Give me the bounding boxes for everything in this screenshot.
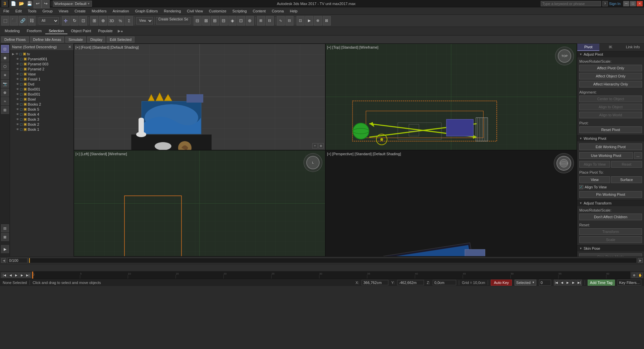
outliner-vis-box001a[interactable]: 👁 xyxy=(16,88,19,91)
sidebar-helper-icon[interactable]: ⊕ xyxy=(1,89,9,97)
outliner-vis-dvd[interactable]: 👁 xyxy=(16,82,19,86)
menu-customize[interactable]: Customize xyxy=(206,8,229,14)
align-to-world-btn[interactable]: Align to World xyxy=(579,112,642,118)
filter-dropdown[interactable]: All xyxy=(39,17,59,24)
viewport-perspective[interactable]: [+] [Perspective] [Standard] [Default Sh… xyxy=(325,150,577,257)
mirror-btn[interactable]: ⊟ xyxy=(194,16,202,25)
minimize-btn[interactable]: ─ xyxy=(623,1,629,6)
skin-pose-header[interactable]: ▼ Skin Pose xyxy=(577,245,644,251)
save-btn[interactable]: 💾 xyxy=(25,0,34,8)
auto-key-btn[interactable]: Auto Key xyxy=(491,280,512,286)
reset-working-pivot-btn[interactable]: Reset xyxy=(611,161,642,168)
menu-content[interactable]: Content xyxy=(250,8,269,14)
menu-create[interactable]: Create xyxy=(72,8,88,14)
simulate-btn[interactable]: Simulate xyxy=(65,37,86,43)
outliner-item-box001a[interactable]: 👁 □ ▣ Box001 xyxy=(11,86,73,92)
close-btn[interactable]: ✕ xyxy=(637,1,643,6)
next-key-btn[interactable]: ▶| xyxy=(25,273,31,278)
spinner-snap-btn[interactable]: Σ xyxy=(125,16,133,25)
rpanel-tab-ik[interactable]: IK xyxy=(599,44,622,51)
persp-nav-widget[interactable] xyxy=(554,153,574,173)
schematic-view-btn[interactable]: ⊟ xyxy=(285,16,293,25)
status-prev-key-btn[interactable]: |◀ xyxy=(554,280,559,286)
outliner-item-bowl[interactable]: 👁 □ ▣ Bowl xyxy=(11,97,73,102)
outliner-item-dvd[interactable]: 👁 □ ▣ Dvd xyxy=(11,81,73,86)
menu-scripting[interactable]: Scripting xyxy=(230,8,250,14)
front-pan-btn[interactable]: ⊕ xyxy=(318,143,324,149)
view-dropdown[interactable]: View xyxy=(136,17,153,24)
sidebar-select-icon[interactable]: ⊡ xyxy=(1,45,9,53)
affect-pivot-only-btn[interactable]: Affect Pivot Only xyxy=(579,65,642,71)
current-frame-input[interactable]: 0 xyxy=(539,280,551,286)
top-nav-widget[interactable]: TOP xyxy=(555,47,574,65)
sidebar-spacewarp-icon[interactable]: ≈ xyxy=(1,97,9,105)
select-rotate-btn[interactable]: ↻ xyxy=(70,16,78,25)
percent-snap-btn[interactable]: % xyxy=(116,16,124,25)
menu-graph-editors[interactable]: Graph Editors xyxy=(132,8,161,14)
align-to-object-btn[interactable]: Align to Object xyxy=(579,104,642,110)
workspace-dropdown[interactable]: Workspace: Default ▼ xyxy=(53,1,92,7)
place-highlight-btn[interactable]: ◈ xyxy=(228,16,236,25)
sidebar-camera-icon[interactable]: 📷 xyxy=(1,80,9,88)
sidebar-filter2-icon[interactable]: ⊠ xyxy=(1,233,9,241)
link-btn[interactable]: 🔗 xyxy=(19,16,27,25)
select-move-btn[interactable]: ✛ xyxy=(62,16,70,25)
menu-tools[interactable]: Tools xyxy=(25,8,39,14)
select-scale-btn[interactable]: ⊡ xyxy=(79,16,87,25)
tab-freeform[interactable]: Freeform xyxy=(23,28,45,34)
snap-options-btn[interactable]: 3D xyxy=(108,16,116,25)
menu-views[interactable]: Views xyxy=(56,8,71,14)
outliner-vis-book3[interactable]: 👁 xyxy=(16,118,19,121)
play-btn[interactable]: ▶ xyxy=(13,273,19,278)
outliner-item-pyramid2[interactable]: 👁 □ ▣ Pyramid 2 xyxy=(11,66,73,71)
align-to-view-btn[interactable]: Align To View xyxy=(579,161,610,168)
working-pivot-header[interactable]: ▼ Working Pivot xyxy=(577,135,644,141)
outliner-item-vase[interactable]: 👁 □ ▣ Vase xyxy=(11,71,73,76)
outliner-item-book2[interactable]: 👁 □ ▣ Book 2 xyxy=(11,122,73,127)
outliner-item-pyramid001[interactable]: 👁 □ ▣ Pyramid001 xyxy=(11,56,73,61)
sidebar-geometry-icon[interactable]: ◉ xyxy=(1,54,9,62)
active-shade-btn[interactable]: ⊕ xyxy=(314,16,322,25)
key-filters-btn[interactable]: Key Filters... xyxy=(618,280,641,286)
outliner-item-book5[interactable]: 👁 □ ▣ Book 5 xyxy=(11,107,73,112)
outliner-item-box001b[interactable]: 👁 □ ▣ Box001 xyxy=(11,92,73,97)
unlink-btn[interactable]: ⛓ xyxy=(28,16,36,25)
define-idle-areas-btn[interactable]: Define Idle Areas xyxy=(30,37,64,43)
maximize-btn[interactable]: □ xyxy=(630,1,636,6)
render-last-btn[interactable]: ⊠ xyxy=(323,16,331,25)
tab-object-paint[interactable]: Object Paint xyxy=(68,28,95,34)
timeline-expand-btn[interactable]: ▶ xyxy=(638,258,643,263)
align-camera-btn[interactable]: ⊡ xyxy=(237,16,245,25)
menu-group[interactable]: Group xyxy=(40,8,55,14)
z-value[interactable]: 0,0cm xyxy=(433,280,456,285)
outliner-item-books2[interactable]: 👁 □ ▣ Books 2 xyxy=(11,102,73,107)
record-btn[interactable]: ● xyxy=(121,29,123,33)
add-time-tag-btn[interactable]: Add Time Tag xyxy=(588,280,615,286)
adjust-pivot-header[interactable]: ▼ Adjust Pivot xyxy=(577,51,644,57)
tab-populate[interactable]: Populate xyxy=(95,28,116,34)
prev-frame-btn[interactable]: ◀ xyxy=(8,273,13,278)
outliner-vis-pyramid001[interactable]: 👁 xyxy=(16,57,19,61)
x-value[interactable]: 366,762cm xyxy=(362,280,388,285)
menu-animation[interactable]: Animation xyxy=(110,8,132,14)
search-input[interactable] xyxy=(541,1,601,6)
pin-working-pivot-btn[interactable]: Pin Working Pivot xyxy=(579,191,642,198)
outliner-item-book3[interactable]: 👁 □ ▣ Book 3 xyxy=(11,117,73,122)
tab-selection[interactable]: Selection xyxy=(45,28,67,34)
align-btn[interactable]: ⊠ xyxy=(202,16,210,25)
normal-align-btn[interactable]: ⊟ xyxy=(220,16,228,25)
curve-editor-btn[interactable]: ∿ xyxy=(277,16,285,25)
left-nav-widget[interactable]: L xyxy=(304,153,322,172)
rpanel-tab-pivot[interactable]: Pivot xyxy=(577,44,599,51)
edit-working-pivot-btn[interactable]: Edit Working Pivot xyxy=(579,143,642,150)
menu-civil-view[interactable]: Civil View xyxy=(184,8,205,14)
prev-key-btn[interactable]: |◀ xyxy=(1,273,7,278)
scale-btn[interactable]: Scale xyxy=(579,236,642,243)
outliner-item-tv[interactable]: ▶ 👁 □ ▣ tv xyxy=(11,51,73,56)
outliner-vis-pyramid2[interactable]: 👁 xyxy=(16,67,19,71)
center-to-object-btn[interactable]: Center to Object xyxy=(579,96,642,102)
affect-hierarchy-only-btn[interactable]: Affect Hierarchy Only xyxy=(579,81,642,88)
dont-affect-children-btn[interactable]: Don't Affect Children xyxy=(579,214,642,220)
use-working-pivot-btn[interactable]: Use Working Pivot xyxy=(579,152,633,159)
menu-edit[interactable]: Edit xyxy=(13,8,24,14)
